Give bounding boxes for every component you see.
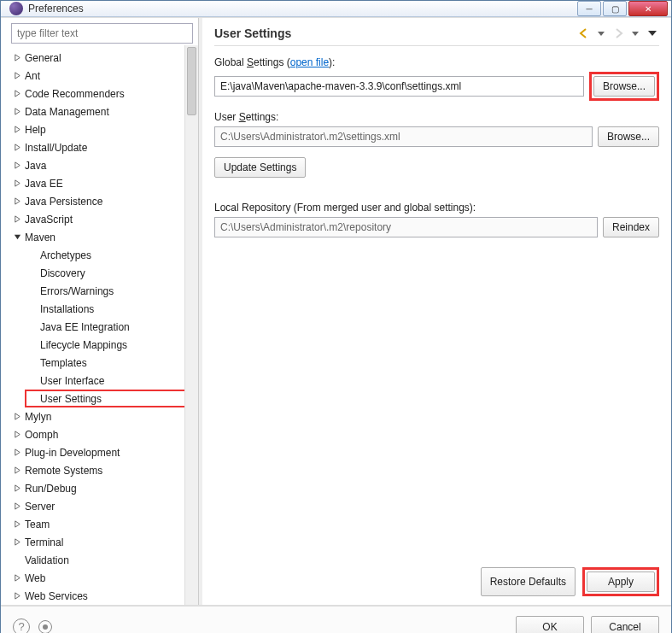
expand-icon[interactable] xyxy=(11,411,23,423)
expand-icon[interactable] xyxy=(11,429,23,441)
tree-item-javaee-integration[interactable]: Java EE Integration xyxy=(25,318,198,336)
local-repo-label: Local Repository (From merged user and g… xyxy=(214,202,659,214)
expand-icon[interactable] xyxy=(11,465,23,477)
close-button[interactable]: ✕ xyxy=(628,1,668,16)
tree-item-oomph[interactable]: Oomph xyxy=(9,425,198,443)
expand-icon[interactable] xyxy=(11,536,23,548)
tree-item-discovery[interactable]: Discovery xyxy=(25,264,198,282)
tree-item-help[interactable]: Help xyxy=(9,120,198,138)
browse-global-button[interactable]: Browse... xyxy=(593,76,655,97)
expand-icon[interactable] xyxy=(11,124,23,136)
tree-item-user-settings[interactable]: User Settings xyxy=(25,390,198,407)
restore-defaults-button[interactable]: Restore Defaults xyxy=(481,567,576,596)
expand-icon[interactable] xyxy=(11,106,23,118)
global-settings-label: Global Settings (open file): xyxy=(214,56,659,68)
browse-user-button[interactable]: Browse... xyxy=(598,126,659,147)
tree-item-terminal[interactable]: Terminal xyxy=(9,533,198,551)
expand-icon[interactable] xyxy=(11,52,23,64)
window-title: Preferences xyxy=(28,3,577,15)
preferences-tree[interactable]: General Ant Code Recommenders Data Manag… xyxy=(6,49,198,605)
tree-item-maven[interactable]: Maven xyxy=(9,228,198,246)
user-settings-label: User Settings: xyxy=(214,111,659,123)
help-icon[interactable]: ? xyxy=(13,618,30,634)
update-settings-button[interactable]: Update Settings xyxy=(214,157,306,178)
back-menu-icon[interactable] xyxy=(594,26,608,40)
tree-item-installations[interactable]: Installations xyxy=(25,300,198,318)
tree-item-web-services[interactable]: Web Services xyxy=(9,587,198,605)
ok-button[interactable]: OK xyxy=(516,616,584,634)
expand-icon[interactable] xyxy=(11,70,23,82)
tree-item-code-recommenders[interactable]: Code Recommenders xyxy=(9,85,198,103)
expand-icon[interactable] xyxy=(11,214,23,226)
tree-item-install-update[interactable]: Install/Update xyxy=(9,138,198,156)
tree-item-plugin-dev[interactable]: Plug-in Development xyxy=(9,443,198,461)
expand-icon[interactable] xyxy=(11,572,23,584)
tree-item-remote-systems[interactable]: Remote Systems xyxy=(9,461,198,479)
expand-icon[interactable] xyxy=(11,178,23,190)
left-panel: General Ant Code Recommenders Data Manag… xyxy=(1,18,199,605)
tree-item-validation[interactable]: Validation xyxy=(9,551,198,569)
tree-item-user-interface[interactable]: User Interface xyxy=(25,372,198,390)
tree-item-mylyn[interactable]: Mylyn xyxy=(9,407,198,425)
tree-item-java[interactable]: Java xyxy=(9,156,198,174)
tree-item-team[interactable]: Team xyxy=(9,515,198,533)
tree-item-templates[interactable]: Templates xyxy=(25,354,198,372)
reindex-button[interactable]: Reindex xyxy=(603,217,659,237)
local-repo-input[interactable] xyxy=(214,217,598,237)
expand-icon[interactable] xyxy=(11,447,23,459)
expand-icon[interactable] xyxy=(11,160,23,172)
back-icon[interactable] xyxy=(577,26,591,40)
tree-item-java-persistence[interactable]: Java Persistence xyxy=(9,192,198,210)
forward-menu-icon[interactable] xyxy=(628,26,642,40)
expand-icon[interactable] xyxy=(11,88,23,100)
content-area: General Ant Code Recommenders Data Manag… xyxy=(1,17,671,633)
forward-icon[interactable] xyxy=(611,26,625,40)
expand-icon[interactable] xyxy=(11,501,23,513)
user-settings-input[interactable] xyxy=(214,126,593,147)
expand-icon[interactable] xyxy=(11,519,23,530)
tree-item-errors-warnings[interactable]: Errors/Warnings xyxy=(25,282,198,300)
tree-item-general[interactable]: General xyxy=(9,49,198,67)
open-file-link[interactable]: open file xyxy=(290,56,329,68)
tree-item-java-ee[interactable]: Java EE xyxy=(9,174,198,192)
view-menu-icon[interactable] xyxy=(646,26,659,40)
app-icon xyxy=(9,2,23,15)
tree-item-ant[interactable]: Ant xyxy=(9,67,198,85)
tree-scrollbar[interactable] xyxy=(184,45,198,605)
tree-item-data-management[interactable]: Data Management xyxy=(9,103,198,120)
tree-item-archetypes[interactable]: Archetypes xyxy=(25,246,198,264)
dialog-footer: ? OK Cancel xyxy=(1,606,671,633)
expand-icon[interactable] xyxy=(11,590,23,602)
cancel-button[interactable]: Cancel xyxy=(591,616,659,634)
tree-item-lifecycle-mappings[interactable]: Lifecycle Mappings xyxy=(25,336,198,354)
expand-icon[interactable] xyxy=(11,483,23,495)
filter-input[interactable] xyxy=(11,23,193,44)
maximize-button[interactable]: ▢ xyxy=(603,1,627,16)
tree-item-server[interactable]: Server xyxy=(9,497,198,515)
tree-item-web[interactable]: Web xyxy=(9,569,198,587)
collapse-icon[interactable] xyxy=(11,232,23,243)
global-settings-input[interactable] xyxy=(214,76,584,97)
preferences-dialog: Preferences ─ ▢ ✕ General Ant Code Recom… xyxy=(0,0,672,633)
expand-icon[interactable] xyxy=(11,196,23,208)
tree-item-javascript[interactable]: JavaScript xyxy=(9,210,198,228)
titlebar: Preferences ─ ▢ ✕ xyxy=(1,1,671,17)
page-title: User Settings xyxy=(214,26,577,40)
tree-item-run-debug[interactable]: Run/Debug xyxy=(9,479,198,497)
apply-button[interactable]: Apply xyxy=(587,571,655,592)
import-export-icon[interactable] xyxy=(38,620,52,634)
right-panel: User Settings Global Settings (open file… xyxy=(202,18,671,605)
expand-icon[interactable] xyxy=(11,142,23,154)
minimize-button[interactable]: ─ xyxy=(577,1,601,16)
